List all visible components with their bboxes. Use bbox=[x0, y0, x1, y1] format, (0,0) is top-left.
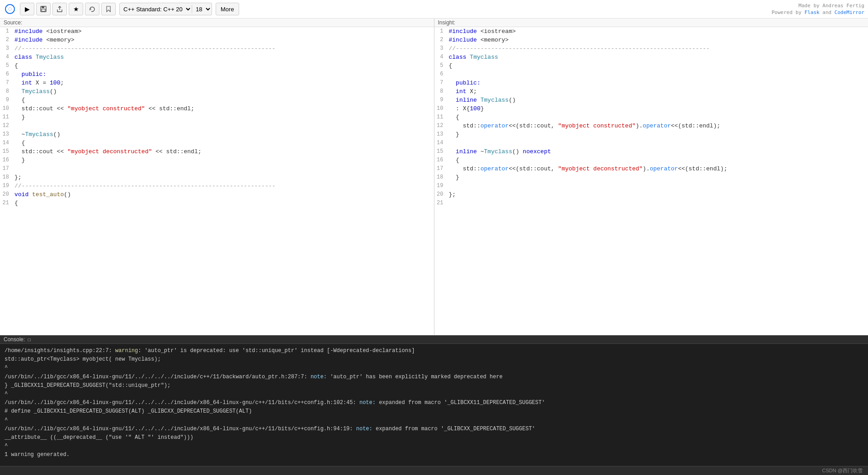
table-row: 1#include <iostream> bbox=[0, 27, 434, 36]
line-number: 5 bbox=[2, 61, 14, 70]
table-row: 13 } bbox=[434, 130, 868, 139]
svg-rect-4 bbox=[42, 9, 45, 11]
line-number: 10 bbox=[436, 104, 449, 113]
console-output[interactable]: /home/insights/insights.cpp:22:7: warnin… bbox=[0, 344, 868, 466]
list-item: ^ bbox=[5, 416, 863, 425]
table-row: 10 : X{100} bbox=[434, 104, 868, 113]
source-code-area[interactable]: 1#include <iostream>2#include <memory>3/… bbox=[0, 27, 434, 335]
version-select[interactable]: 18 17 16 bbox=[192, 3, 212, 15]
line-number: 3 bbox=[2, 44, 14, 53]
line-number: 7 bbox=[2, 79, 14, 87]
svg-point-1 bbox=[9, 8, 11, 10]
made-by-text: Made by Andreas Fertig Powered by Flask … bbox=[772, 2, 864, 16]
table-row: 12 bbox=[0, 122, 434, 130]
line-number: 8 bbox=[2, 87, 14, 96]
line-content: #include <iostream> bbox=[14, 27, 432, 36]
table-row: 4class Tmyclass bbox=[0, 53, 434, 61]
table-row: 18}; bbox=[0, 173, 434, 182]
table-row: 18 } bbox=[434, 173, 868, 182]
line-content: { bbox=[14, 199, 432, 207]
run-button[interactable]: ▶ bbox=[20, 3, 34, 15]
console-header: Console: □ bbox=[0, 335, 868, 344]
standard-select[interactable]: C++ Standard: C++ 20 C++ Standard: C++ 1… bbox=[120, 3, 192, 15]
list-item: /usr/bin/../lib/gcc/x86_64-linux-gnu/11/… bbox=[5, 425, 863, 433]
table-row: 16 { bbox=[434, 156, 868, 165]
list-item: ^ bbox=[5, 442, 863, 451]
line-number: 10 bbox=[2, 104, 14, 113]
list-item: ^ bbox=[5, 364, 863, 372]
line-number: 4 bbox=[436, 53, 449, 61]
line-content bbox=[449, 182, 867, 190]
line-content: { bbox=[449, 61, 867, 70]
line-content: void test_auto() bbox=[14, 190, 432, 199]
console-label: Console: bbox=[4, 336, 25, 343]
list-item: 1 warning generated. bbox=[5, 451, 863, 459]
line-number: 4 bbox=[2, 53, 14, 61]
table-row: 5{ bbox=[434, 61, 868, 70]
line-content: Tmyclass() bbox=[14, 87, 432, 96]
line-content: : X{100} bbox=[449, 104, 867, 113]
line-number: 1 bbox=[436, 27, 449, 36]
standard-select-group[interactable]: C++ Standard: C++ 20 C++ Standard: C++ 1… bbox=[119, 3, 212, 15]
table-row: 15 std::cout << "myobject deconstructed"… bbox=[0, 147, 434, 156]
table-row: 5{ bbox=[0, 61, 434, 70]
table-row: 6 bbox=[434, 70, 868, 79]
line-content: std::operator<<(std::cout, "myobject dec… bbox=[449, 165, 867, 173]
table-row: 19 bbox=[434, 182, 868, 190]
line-number: 18 bbox=[436, 173, 449, 182]
share-button[interactable] bbox=[52, 3, 67, 15]
line-content: inline Tmyclass() bbox=[449, 96, 867, 104]
line-number: 1 bbox=[2, 27, 14, 36]
line-content: } bbox=[14, 156, 432, 165]
table-row: 17 std::operator<<(std::cout, "myobject … bbox=[434, 165, 868, 173]
table-row: 3//-------------------------------------… bbox=[0, 44, 434, 53]
line-content: { bbox=[14, 139, 432, 147]
line-content: class Tmyclass bbox=[449, 53, 867, 61]
list-item: /usr/bin/../lib/gcc/x86_64-linux-gnu/11/… bbox=[5, 399, 863, 407]
line-content: #include <memory> bbox=[449, 36, 867, 44]
more-button[interactable]: More bbox=[216, 3, 239, 15]
table-row: 7 public: bbox=[434, 79, 868, 87]
list-item: ^ bbox=[5, 390, 863, 399]
line-content: #include <iostream> bbox=[449, 27, 867, 36]
line-number: 11 bbox=[2, 113, 14, 122]
refresh-button[interactable] bbox=[85, 3, 99, 15]
table-row: 1#include <iostream> bbox=[434, 27, 868, 36]
insight-code-area[interactable]: 1#include <iostream>2#include <memory>3/… bbox=[434, 27, 868, 335]
line-number: 15 bbox=[436, 147, 449, 156]
line-content: }; bbox=[449, 190, 867, 199]
line-content: public: bbox=[14, 70, 432, 79]
app-logo bbox=[4, 3, 16, 15]
save-button[interactable] bbox=[36, 3, 51, 15]
line-content bbox=[449, 199, 867, 207]
line-number: 9 bbox=[2, 96, 14, 104]
table-row: 10 std::cout << "myobject constructed" <… bbox=[0, 104, 434, 113]
main-area: Source: 1#include <iostream>2#include <m… bbox=[0, 19, 868, 335]
bookmark-button[interactable] bbox=[101, 3, 116, 15]
line-content: } bbox=[449, 173, 867, 182]
line-content: std::cout << "myobject constructed" << s… bbox=[14, 104, 432, 113]
insight-panel: Insight: 1#include <iostream>2#include <… bbox=[434, 19, 868, 335]
table-row: 20}; bbox=[434, 190, 868, 199]
list-item: } _GLIBCXX11_DEPRECATED_SUGGEST("std::un… bbox=[5, 381, 863, 390]
line-number: 2 bbox=[436, 36, 449, 44]
line-number: 12 bbox=[2, 122, 14, 130]
line-content bbox=[14, 165, 432, 173]
line-number: 16 bbox=[2, 156, 14, 165]
line-number: 12 bbox=[436, 122, 449, 130]
line-content: { bbox=[449, 113, 867, 122]
table-row: 14 bbox=[434, 139, 868, 147]
table-row: 3//-------------------------------------… bbox=[434, 44, 868, 53]
source-panel: Source: 1#include <iostream>2#include <m… bbox=[0, 19, 434, 335]
line-content: int X; bbox=[449, 87, 867, 96]
line-content: } bbox=[14, 113, 432, 122]
favorite-button[interactable]: ★ bbox=[69, 3, 83, 15]
line-content: }; bbox=[14, 173, 432, 182]
svg-rect-3 bbox=[42, 6, 44, 8]
footer-text: CSDN @西门吹雪 bbox=[822, 467, 863, 474]
line-number: 16 bbox=[436, 156, 449, 165]
line-number: 20 bbox=[436, 190, 449, 199]
list-item: /usr/bin/../lib/gcc/x86_64-linux-gnu/11/… bbox=[5, 373, 863, 381]
line-number: 20 bbox=[2, 190, 14, 199]
table-row: 6 public: bbox=[0, 70, 434, 79]
